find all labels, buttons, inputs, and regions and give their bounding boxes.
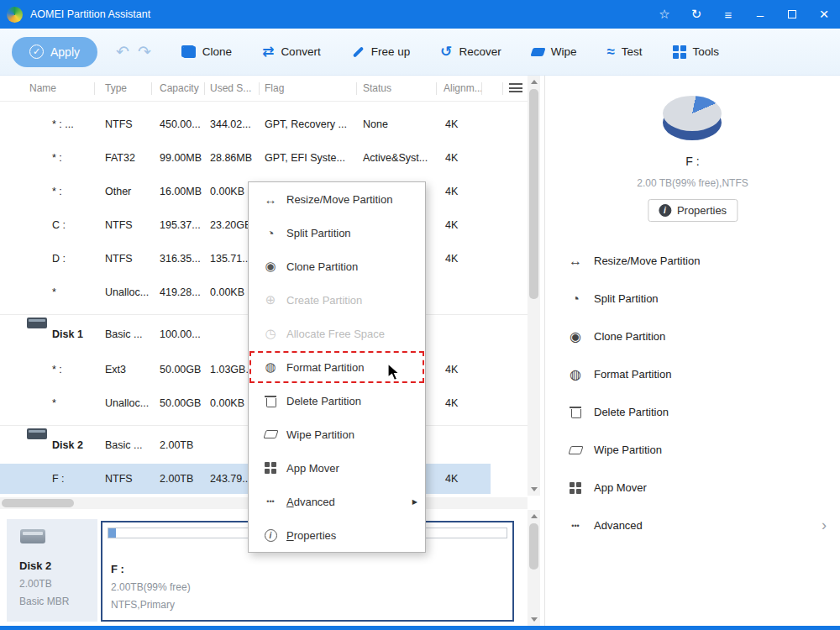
menu-item-label: Properties [286,529,336,542]
menu-item-label: Allocate Free Space [286,328,385,340]
titlebar-controls: ☆ ↻ ≡ – × [648,0,840,29]
action-wipe[interactable]: Wipe Partition [545,431,840,469]
column-header-used: Used S... [210,82,251,94]
column-header-type: Type [105,82,127,94]
action-label: Clone Partition [594,330,665,343]
column-header-capacity: Capacity [160,82,199,94]
menu-item-advanced[interactable]: ••• Advanced ▶ [249,485,425,518]
cell-alignment: 4K [445,108,458,141]
recover-button[interactable]: ↺ Recover [440,43,501,60]
info-icon: i [659,204,671,217]
cell-type: Ext3 [105,353,126,386]
minimize-button[interactable]: – [744,0,776,29]
scrollbar-thumb[interactable] [2,499,74,507]
column-header-status: Status [363,82,391,94]
eraser-icon [565,446,585,454]
cell-capacity: 450.00... [160,108,201,141]
menu-item-resize-move[interactable]: ↔ Resize/Move Partition [249,182,425,216]
menu-item-app-mover[interactable]: App Mover [249,451,425,485]
convert-label: Convert [281,45,320,58]
tools-button[interactable]: Tools [673,45,720,59]
vertical-scrollbar-bottom[interactable] [528,510,540,626]
scroll-down-icon[interactable] [531,487,538,491]
cell-alignment: 4K [445,175,458,208]
convert-button[interactable]: ⇄ Convert [262,43,321,60]
vertical-scrollbar[interactable] [528,76,540,496]
convert-icon: ⇄ [262,43,274,60]
action-list: ↔ Resize/Move Partition ◔ Split Partitio… [545,242,840,544]
cell-type: NTFS [105,242,133,276]
cell-used: 0.00KB [210,276,244,309]
table-row-partition[interactable]: * : ... NTFS 450.00... 344.02... GPT, Re… [0,108,491,141]
maximize-button[interactable] [776,0,808,29]
app-mover-grid-icon [262,462,279,474]
action-label: Delete Partition [594,406,669,418]
hamburger-menu-icon[interactable]: ≡ [712,0,744,29]
column-header-flag: Flag [265,82,284,94]
redo-button[interactable]: ↷ [138,42,151,61]
menu-item-clone[interactable]: ◉ Clone Partition [249,249,425,283]
action-split[interactable]: ◔ Split Partition [545,280,840,318]
menu-item-delete[interactable]: Delete Partition [249,384,425,417]
titlebar: AOMEI Partition Assistant ☆ ↻ ≡ – × [0,0,840,29]
cell-used: 0.00KB [210,175,244,208]
action-advanced[interactable]: ••• Advanced › [545,507,840,544]
scrollbar-thumb[interactable] [529,89,538,299]
disk-name: Disk 2 [19,559,51,572]
cell-name: C : [52,208,66,242]
clone-partition-icon: ◉ [565,328,585,344]
test-button[interactable]: ≈ Test [606,44,642,60]
disk-icon [20,529,45,543]
action-label: Resize/Move Partition [594,255,700,267]
cell-type: Unalloc... [105,276,149,309]
clone-button[interactable]: Clone [181,45,232,58]
cell-capacity: 16.00MB [160,175,202,208]
menu-item-label: Delete Partition [286,395,361,407]
action-format[interactable]: ◍ Format Partition [545,355,840,393]
cell-name: * : [52,141,62,175]
cell-name: * [52,276,56,309]
test-wave-icon: ≈ [606,44,614,60]
menu-item-split[interactable]: ◔ Split Partition [249,216,425,249]
cell-type: NTFS [105,464,133,494]
free-up-button[interactable]: Free up [351,45,411,59]
scroll-up-icon[interactable] [531,514,538,518]
wipe-button[interactable]: Wipe [532,45,577,58]
star-icon[interactable]: ☆ [648,0,680,29]
cell-name: * : [52,175,62,208]
menu-item-properties[interactable]: i Properties [249,518,425,552]
cell-capacity: 195.37... [160,208,201,242]
partition-pie-chart [663,96,722,141]
scroll-up-icon[interactable] [531,80,538,84]
info-icon: i [262,529,279,542]
menu-item-label: Wipe Partition [286,428,354,441]
cell-name: * : [52,353,62,386]
properties-button[interactable]: i Properties [648,199,738,222]
selected-partition-info: 2.00 TB(99% free),NTFS [545,177,840,189]
app-mover-grid-icon [565,482,585,494]
close-button[interactable]: × [808,0,840,29]
scrollbar-thumb[interactable] [529,523,538,570]
column-chooser-icon[interactable] [509,83,522,95]
refresh-icon[interactable]: ↻ [680,0,712,29]
scroll-down-icon[interactable] [531,617,538,622]
action-clone[interactable]: ◉ Clone Partition [545,318,840,355]
undo-button[interactable]: ↶ [116,42,129,61]
partition-filesystem: NTFS,Primary [111,599,175,611]
column-header-alignment: Alignm... [444,82,483,94]
menu-item-wipe[interactable]: Wipe Partition [249,417,425,451]
table-row-partition[interactable]: * : FAT32 99.00MB 28.86MB GPT, EFI Syste… [0,141,491,175]
pie-top [663,96,722,131]
wipe-label: Wipe [551,45,577,58]
cell-used: 243.79... [210,464,251,494]
action-app-mover[interactable]: App Mover [545,469,840,507]
window-bottom-accent [0,626,840,630]
apply-button[interactable]: ✓ Apply [12,37,97,67]
menu-item-label: App Mover [286,462,339,475]
cell-name: * : ... [52,108,74,141]
action-delete[interactable]: Delete Partition [545,393,840,431]
action-label: Format Partition [594,368,671,381]
action-resize-move[interactable]: ↔ Resize/Move Partition [545,242,840,280]
disk-summary-card[interactable]: Disk 2 2.00TB Basic MBR [7,519,97,622]
menu-item-create-disabled: ⊕ Create Partition [249,283,425,317]
